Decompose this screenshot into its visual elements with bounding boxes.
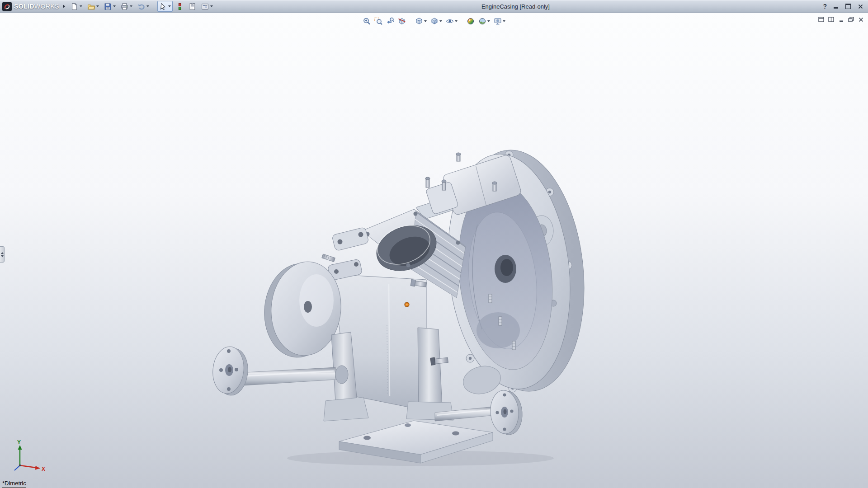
chevron-down-icon[interactable] xyxy=(487,20,490,22)
display-style-icon xyxy=(430,17,439,25)
triad-z-axis xyxy=(14,465,20,470)
menu-expand-arrow-icon[interactable] xyxy=(63,5,65,8)
view-settings-icon xyxy=(494,17,502,25)
graphics-area[interactable]: Y X *Dimetric xyxy=(0,13,868,488)
minimize-document-button[interactable] xyxy=(838,16,844,23)
model-shaft-left[interactable] xyxy=(211,345,335,397)
chevron-down-icon[interactable] xyxy=(439,20,442,22)
triad-x-label: X xyxy=(42,466,45,472)
view-orientation-button[interactable] xyxy=(414,16,428,27)
engine-casing-model[interactable] xyxy=(0,13,868,488)
solidworks-brand: SOLIDWORKS xyxy=(0,2,62,11)
chevron-down-icon[interactable] xyxy=(424,20,427,22)
restore-document-button[interactable] xyxy=(848,16,854,23)
origin-point[interactable] xyxy=(405,302,409,307)
section-view-icon xyxy=(398,17,406,25)
window-controls: ? xyxy=(823,0,863,13)
triad-y-label: Y xyxy=(17,440,21,446)
help-icon[interactable]: ? xyxy=(823,3,827,10)
print-icon xyxy=(121,3,128,10)
window-title: EngineCasing [Read-only] xyxy=(481,0,550,13)
chevron-down-icon[interactable] xyxy=(80,5,82,7)
save-button[interactable] xyxy=(102,1,118,12)
display-style-button[interactable] xyxy=(429,16,443,27)
select-button[interactable] xyxy=(157,1,173,12)
hide-show-items-button[interactable] xyxy=(444,16,459,27)
minimize-icon xyxy=(834,7,838,9)
section-view-button[interactable] xyxy=(396,16,407,27)
chevron-down-icon[interactable] xyxy=(96,5,99,7)
expand-panel-icon xyxy=(1,252,4,254)
next-window-button[interactable] xyxy=(828,16,835,23)
dassault-3ds-logo-icon xyxy=(2,2,12,11)
options-button[interactable] xyxy=(199,1,215,12)
reference-triad: Y X xyxy=(5,440,49,476)
selection-filter-button[interactable] xyxy=(174,1,185,12)
edit-appearance-icon xyxy=(467,17,475,25)
chevron-down-icon[interactable] xyxy=(455,20,458,22)
close-document-button[interactable] xyxy=(858,16,864,23)
previous-window-icon xyxy=(818,17,824,22)
chevron-down-icon[interactable] xyxy=(113,5,116,7)
apply-scene-icon xyxy=(478,17,486,25)
chevron-down-icon[interactable] xyxy=(130,5,132,7)
file-properties-button[interactable] xyxy=(187,1,198,12)
minimize-button[interactable] xyxy=(833,3,839,9)
solidworks-window: SOLIDWORKS xyxy=(0,0,868,488)
chevron-down-icon[interactable] xyxy=(168,5,171,7)
zoom-to-area-button[interactable] xyxy=(373,16,384,27)
titlebar: SOLIDWORKS xyxy=(0,0,868,13)
collapse-panel-icon xyxy=(1,255,4,257)
maximize-button[interactable] xyxy=(845,3,851,9)
brand-wordmark: SOLIDWORKS xyxy=(14,3,59,10)
hide-show-items-icon xyxy=(446,17,454,25)
chevron-down-icon[interactable] xyxy=(210,5,213,7)
file-properties-icon xyxy=(189,3,196,10)
edit-appearance-button[interactable] xyxy=(465,16,476,27)
save-icon xyxy=(104,3,112,10)
chevron-down-icon[interactable] xyxy=(503,20,505,22)
selection-filter-icon xyxy=(176,3,184,10)
zoom-to-fit-icon xyxy=(363,17,371,25)
zoom-to-fit-button[interactable] xyxy=(361,16,372,27)
close-document-icon xyxy=(859,17,863,22)
minimize-document-icon xyxy=(839,17,844,22)
previous-window-button[interactable] xyxy=(818,16,825,23)
next-window-icon xyxy=(828,17,834,22)
close-button[interactable] xyxy=(857,3,863,9)
new-document-button[interactable] xyxy=(69,1,84,12)
document-window-controls xyxy=(818,16,864,23)
view-orientation-icon xyxy=(415,17,423,25)
undo-button[interactable] xyxy=(136,1,151,12)
restore-document-icon xyxy=(848,17,854,22)
previous-view-icon xyxy=(386,17,394,25)
new-document-icon xyxy=(71,3,78,10)
undo-icon xyxy=(137,3,145,10)
view-orientation-label: *Dimetric xyxy=(2,480,26,488)
featuremanager-collapsed-tab[interactable] xyxy=(0,246,5,263)
view-settings-button[interactable] xyxy=(492,16,507,27)
view-heads-up-toolbar xyxy=(361,16,507,27)
select-cursor-icon xyxy=(159,3,167,10)
chevron-down-icon[interactable] xyxy=(146,5,149,7)
print-button[interactable] xyxy=(119,1,134,12)
triad-x-axis xyxy=(20,465,36,468)
standard-toolbar xyxy=(69,1,215,12)
apply-scene-button[interactable] xyxy=(477,16,491,27)
previous-view-button[interactable] xyxy=(385,16,396,27)
zoom-to-area-icon xyxy=(374,17,382,25)
options-icon xyxy=(201,3,209,10)
open-button[interactable] xyxy=(85,1,101,12)
open-folder-icon xyxy=(87,3,95,10)
close-icon xyxy=(858,4,863,9)
maximize-icon xyxy=(845,4,851,9)
